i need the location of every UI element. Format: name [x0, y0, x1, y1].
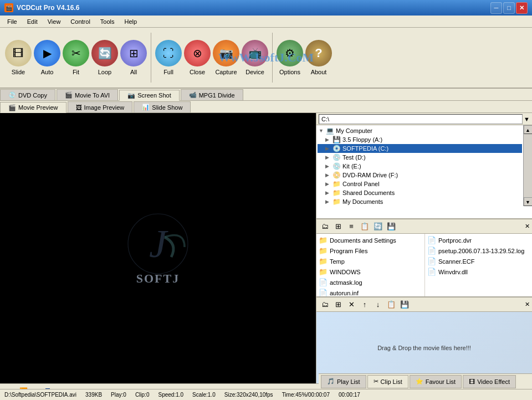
menu-control[interactable]: Control	[65, 17, 95, 27]
tab-screen-shot[interactable]: 📷 Screen Shot	[119, 90, 180, 101]
browser-btn-list[interactable]: ≡	[345, 221, 357, 232]
file-list-right: 📄 Portproc.dvr 📄 psetup.2006.07.13-13.29…	[424, 234, 532, 296]
clip-btn-down[interactable]: ↓	[372, 299, 384, 310]
tree-item-my-docs[interactable]: ▶ 📁 My Documents	[318, 197, 522, 206]
subtab-movie-preview[interactable]: 🎬 Movie Preview	[0, 102, 66, 113]
about-label: About	[311, 69, 327, 75]
expand-icon: ▶	[325, 146, 331, 151]
menu-file[interactable]: File	[2, 17, 22, 27]
browser-btn-grid[interactable]: ⊞	[332, 221, 344, 232]
file-item-winvdrv[interactable]: 📄 Winvdrv.dll	[426, 266, 531, 277]
file-icon: 📄	[427, 268, 436, 276]
tree-item-test[interactable]: ▶ 💿 Test (D:)	[318, 153, 522, 162]
btab-video-effect[interactable]: 🎞 Video Effect	[463, 375, 516, 388]
tree-item-dvdram[interactable]: ▶ 📀 DVD-RAM Drive (F:)	[318, 171, 522, 180]
expand-icon: ▶	[325, 199, 331, 204]
clip-drop-area[interactable]: Drag & Drop the movie files here!!!	[316, 312, 532, 383]
btab-play-list[interactable]: 🎵 Play List	[321, 375, 366, 388]
scroll-down-arrow[interactable]: ▼	[524, 197, 533, 206]
tree-item-shared-docs[interactable]: ▶ 📁 Shared Documents	[318, 188, 522, 197]
tree-item-my-computer[interactable]: ▼ 💻 My Computer	[318, 126, 522, 135]
toolbar-slide-button[interactable]: 🎞 Slide	[4, 32, 32, 84]
expand-icon: ▶	[325, 172, 331, 178]
toolbar-loop-button[interactable]: 🔄 Loop	[91, 32, 119, 84]
menu-view[interactable]: View	[43, 17, 66, 27]
browser-content: 📁 Documents and Settings 📁 Program Files…	[316, 234, 532, 296]
toolbar-full-button[interactable]: ⛶ Full	[155, 32, 182, 84]
browser-btn-folder[interactable]: 🗂	[319, 221, 331, 232]
menu-edit[interactable]: Edit	[22, 17, 43, 27]
file-item-autorun[interactable]: 📄 autorun.inf	[318, 288, 423, 298]
toolbar-close-button[interactable]: ⊗ Close	[183, 32, 211, 84]
menu-tools[interactable]: Tools	[95, 17, 120, 27]
clip-panel-close[interactable]: ✕	[525, 301, 530, 308]
toolbar-auto-button[interactable]: ▶ Auto	[33, 32, 61, 84]
status-clip: Clip:0	[135, 392, 150, 398]
tab-dvd-copy[interactable]: 💿 DVD Copy	[0, 89, 55, 100]
subtab-image-preview[interactable]: 🖼 Image Preview	[68, 101, 133, 112]
video-area: J SOFTJ	[0, 113, 316, 383]
close-window-button[interactable]: ✕	[516, 2, 528, 14]
tree-item-floppy[interactable]: ▶ 💾 3.5 Floppy (A:)	[318, 135, 522, 144]
app-title: VCDCut Pro V4.16.6	[17, 4, 79, 12]
btab-video-effect-label: Video Effect	[477, 378, 510, 385]
toolbar-about-button[interactable]: ? About	[305, 32, 332, 84]
browser-btn-refresh[interactable]: 🔄	[372, 221, 384, 232]
file-item-portproc[interactable]: 📄 Portproc.dvr	[426, 235, 531, 245]
clip-btn-2[interactable]: ⊞	[332, 299, 344, 310]
file-icon: 📄	[427, 236, 436, 244]
clip-btn-up[interactable]: ↑	[359, 299, 371, 310]
file-item-windows[interactable]: 📁 WINDOWS	[318, 266, 423, 277]
tab-movie-to-avi[interactable]: 🎬 Movie To AVI	[57, 89, 118, 100]
browser-btn-details[interactable]: 📋	[359, 221, 371, 232]
clip-btn-save[interactable]: 💾	[398, 299, 411, 310]
folder-icon: 📁	[319, 268, 328, 276]
file-item-actmask[interactable]: 📄 actmask.log	[318, 277, 423, 288]
status-resolution: Size:320x240,10fps	[224, 392, 273, 398]
tree-scrollbar[interactable]: ▲ ▼	[523, 125, 532, 206]
tab-mpg1-divide[interactable]: 📹 MPG1 Divide	[181, 89, 243, 100]
address-input[interactable]	[319, 114, 523, 124]
file-item-temp[interactable]: 📁 Temp	[318, 256, 423, 266]
file-icon: 📄	[319, 289, 328, 297]
file-list-left: 📁 Documents and Settings 📁 Program Files…	[316, 234, 424, 296]
subtab-slide-show[interactable]: 📊 Slide Show	[134, 101, 191, 112]
toolbar-capture-button[interactable]: 📷 Capture	[212, 32, 240, 84]
folder-icon: 📁	[332, 180, 341, 188]
address-dropdown-icon[interactable]: ▼	[524, 116, 530, 122]
videoeffect-icon: 🎞	[469, 378, 475, 385]
browser-btn-save[interactable]: 💾	[385, 221, 397, 232]
toolbar-fit-button[interactable]: ✂ Fit	[62, 32, 90, 84]
tab-dvd-copy-label: DVD Copy	[18, 92, 47, 99]
menu-help[interactable]: Help	[120, 17, 142, 27]
minimize-button[interactable]: ─	[490, 2, 502, 14]
clip-btn-delete[interactable]: ✕	[345, 299, 357, 310]
tree-label: Control Panel	[342, 181, 380, 187]
tree-item-kit[interactable]: ▶ 💿 Kit (E:)	[318, 162, 522, 171]
file-name: Scanner.ECF	[438, 258, 474, 265]
maximize-button[interactable]: □	[503, 2, 515, 14]
status-time: Time:45%/00:00:07	[282, 392, 330, 398]
expand-icon: ▶	[325, 190, 331, 196]
panel-close-btn[interactable]: ✕	[525, 223, 530, 230]
image-icon: 🖼	[76, 104, 82, 111]
scroll-up-arrow[interactable]: ▲	[524, 125, 533, 134]
file-item-docs-settings[interactable]: 📁 Documents and Settings	[318, 235, 423, 245]
file-item-psetup[interactable]: 📄 psetup.2006.07.13-13.29.52.log	[426, 245, 531, 256]
clip-btn-1[interactable]: 🗂	[319, 299, 331, 310]
btab-clip-list[interactable]: ✂ Clip List	[367, 375, 408, 388]
toolbar-all-button[interactable]: ⊞ All	[120, 32, 147, 84]
file-item-scanner[interactable]: 📄 Scanner.ECF	[426, 256, 531, 266]
status-bar: D:\Softpedia\SOFTPEDIA.avi 339KB Play:0 …	[0, 389, 532, 400]
tree-item-softpedia[interactable]: ▶ 💿 SOFTPEDIA (C:)	[318, 144, 522, 153]
toolbar-options-button[interactable]: ⚙ Options	[276, 32, 304, 84]
btab-favour-list[interactable]: ⭐ Favour List	[410, 375, 462, 388]
file-name: autorun.inf	[330, 290, 359, 296]
file-name: Program Files	[330, 248, 367, 254]
file-item-program-files[interactable]: 📁 Program Files	[318, 245, 423, 256]
clip-btn-copy[interactable]: 📋	[385, 299, 397, 310]
device-icon: 📺	[242, 40, 268, 66]
tree-item-control-panel[interactable]: ▶ 📁 Control Panel	[318, 180, 522, 188]
btab-clip-list-label: Clip List	[381, 378, 402, 385]
toolbar-device-button[interactable]: 📺 Device	[241, 32, 269, 84]
